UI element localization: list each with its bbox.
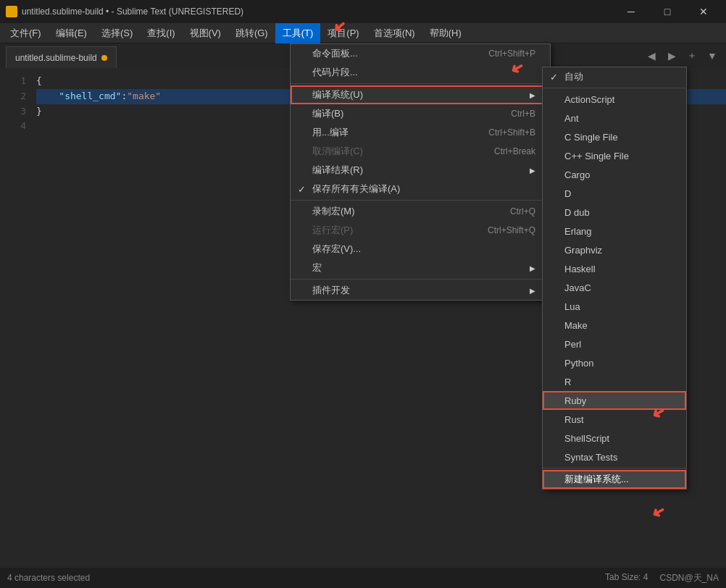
encoding: CSDN@天_NA (659, 572, 719, 584)
buildsys-shellscript[interactable]: ShellScript (543, 429, 686, 448)
tools-plugin-dev[interactable]: 插件开发 ▶ (291, 281, 550, 300)
tools-run-macro: 运行宏(P) Ctrl+Shift+Q (291, 221, 550, 240)
maximize-button[interactable]: □ (651, 0, 684, 23)
tab-controls: ◀ ▶ ＋ ▼ (642, 46, 726, 68)
editor-tab[interactable]: untitled.sublime-build (6, 46, 117, 68)
buildsys-d-dub[interactable]: D dub (543, 203, 686, 222)
buildsys-make[interactable]: Make (543, 316, 686, 335)
window-controls: ─ □ ✕ (614, 0, 720, 23)
menu-file[interactable]: 文件(F) (3, 23, 49, 43)
tab-add-button[interactable]: ＋ (683, 46, 701, 65)
menu-selection[interactable]: 选择(S) (94, 23, 140, 43)
buildsys-sep-1 (543, 88, 686, 88)
tools-build[interactable]: 编译(B) Ctrl+B (291, 104, 550, 123)
buildsys-cargo[interactable]: Cargo (543, 165, 686, 184)
tools-sep-2 (291, 200, 550, 201)
tools-save-macro[interactable]: 保存宏(V)... (291, 240, 550, 259)
buildsys-javac[interactable]: JavaC (543, 278, 686, 297)
menu-help[interactable]: 帮助(H) (422, 23, 469, 43)
buildsys-ruby[interactable]: Ruby (543, 391, 686, 410)
line-numbers: 1 2 3 4 (0, 68, 29, 568)
tab-modified-indicator (101, 55, 107, 61)
buildsys-r[interactable]: R (543, 372, 686, 391)
buildsys-cpp-single[interactable]: C++ Single File (543, 146, 686, 165)
tools-snippets[interactable]: 代码片段... (291, 63, 550, 82)
close-button[interactable]: ✕ (687, 0, 720, 23)
tools-build-with[interactable]: 用...编译 Ctrl+Shift+B (291, 123, 550, 142)
status-right: Tab Size: 4 CSDN@天_NA (605, 572, 719, 584)
menu-tools[interactable]: 工具(T) (275, 23, 321, 43)
tools-command-palette[interactable]: 命令面板... Ctrl+Shift+P (291, 44, 550, 63)
buildsys-python[interactable]: Python (543, 353, 686, 372)
minimize-button[interactable]: ─ (614, 0, 648, 23)
buildsys-actionscript[interactable]: ActionScript (543, 90, 686, 109)
window-title: untitled.sublime-build • - Sublime Text … (22, 7, 614, 17)
tools-build-results[interactable]: 编译结果(R) ▶ (291, 161, 550, 180)
buildsys-auto[interactable]: ✓ 自动 (543, 67, 686, 86)
buildsys-ant[interactable]: Ant (543, 109, 686, 127)
tools-menu: 命令面板... Ctrl+Shift+P 代码片段... 编译系统(U) ▶ 编… (290, 43, 551, 301)
menu-bar: 文件(F) 编辑(E) 选择(S) 查找(I) 视图(V) 跳转(G) 工具(T… (0, 23, 726, 43)
tools-build-system[interactable]: 编译系统(U) ▶ (291, 85, 550, 104)
buildsys-sep-2 (543, 468, 686, 469)
tab-size: Tab Size: 4 (605, 572, 648, 584)
build-system-menu: ✓ 自动 ActionScript Ant C Single File C++ … (542, 67, 687, 490)
menu-view[interactable]: 视图(V) (183, 23, 228, 43)
menu-preferences[interactable]: 首选项(N) (367, 23, 422, 43)
selection-info: 4 characters selected (7, 573, 90, 583)
menu-find[interactable]: 查找(I) (140, 23, 182, 43)
tools-macro[interactable]: 宏 ▶ (291, 259, 550, 277)
buildsys-graphviz[interactable]: Graphviz (543, 240, 686, 259)
line-num-3: 3 (0, 104, 26, 119)
buildsys-erlang[interactable]: Erlang (543, 222, 686, 240)
buildsys-new-build-system[interactable]: 新建编译系统... (543, 470, 686, 489)
menu-edit[interactable]: 编辑(E) (49, 23, 94, 43)
menu-goto[interactable]: 跳转(G) (228, 23, 275, 43)
app-icon (6, 6, 17, 17)
buildsys-haskell[interactable]: Haskell (543, 259, 686, 278)
status-bar: 4 characters selected Tab Size: 4 CSDN@天… (0, 568, 726, 588)
tab-left-button[interactable]: ◀ (642, 46, 661, 65)
buildsys-perl[interactable]: Perl (543, 335, 686, 353)
title-bar: untitled.sublime-build • - Sublime Text … (0, 0, 726, 23)
buildsys-c-single[interactable]: C Single File (543, 127, 686, 146)
line-num-4: 4 (0, 119, 26, 134)
line-num-1: 1 (0, 74, 26, 89)
tools-sep-1 (291, 83, 550, 84)
tools-save-all-build[interactable]: 保存所有有关编译(A) (291, 180, 550, 198)
tab-filename: untitled.sublime-build (15, 53, 97, 63)
tools-record-macro[interactable]: 录制宏(M) Ctrl+Q (291, 202, 550, 221)
tools-sep-3 (291, 279, 550, 280)
status-left: 4 characters selected (7, 573, 90, 583)
buildsys-lua[interactable]: Lua (543, 297, 686, 316)
menu-project[interactable]: 项目(P) (320, 23, 366, 43)
buildsys-d[interactable]: D (543, 184, 686, 203)
buildsys-rust[interactable]: Rust (543, 410, 686, 429)
tab-menu-button[interactable]: ▼ (703, 46, 722, 65)
buildsys-syntax-tests[interactable]: Syntax Tests (543, 448, 686, 466)
tab-right-button[interactable]: ▶ (662, 46, 681, 65)
line-num-2: 2 (0, 89, 26, 104)
tools-cancel-build: 取消编译(C) Ctrl+Break (291, 142, 550, 161)
